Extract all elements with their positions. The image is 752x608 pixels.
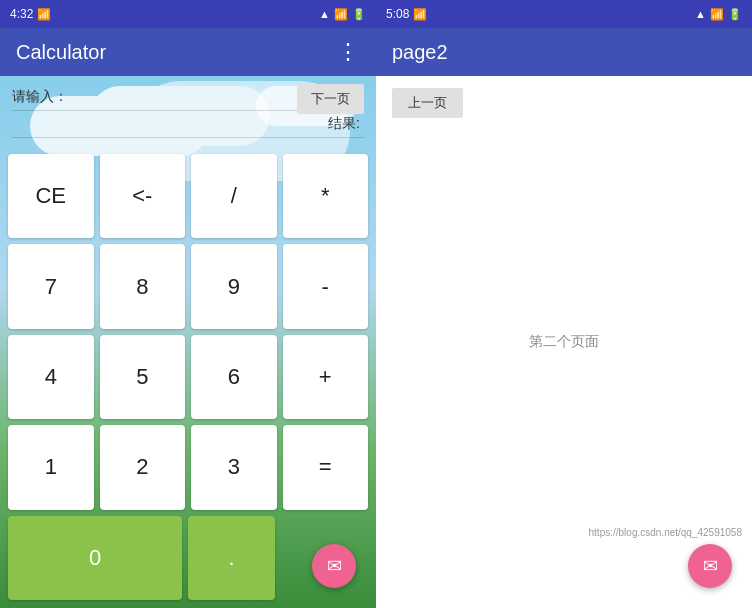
app-title-1: Calculator <box>16 41 106 64</box>
signal-icon-1: 📶 <box>334 8 348 21</box>
key-ce[interactable]: CE <box>8 154 94 238</box>
status-bar-1: 4:32 📶 ▲ 📶 🔋 <box>0 0 376 28</box>
time-2: 5:08 <box>386 7 409 21</box>
status-bar-2: 5:08 📶 ▲ 📶 🔋 <box>376 0 752 28</box>
result-row: 结果: <box>12 115 364 133</box>
keypad-row-1: CE <- / * <box>8 154 368 238</box>
key-0[interactable]: 0 <box>8 516 182 600</box>
key-divide[interactable]: / <box>191 154 277 238</box>
calc-input[interactable] <box>68 89 297 105</box>
key-9[interactable]: 9 <box>191 244 277 328</box>
app-bar-1: Calculator ⋮ <box>0 28 376 76</box>
key-add[interactable]: + <box>283 335 369 419</box>
fab-2[interactable]: ✉ <box>688 544 732 588</box>
key-5[interactable]: 5 <box>100 335 186 419</box>
app-bar-2: page2 <box>376 28 752 76</box>
calc-top-area: 下一页 请输入： 结果: <box>0 76 376 146</box>
key-3[interactable]: 3 <box>191 425 277 509</box>
phone2: 5:08 📶 ▲ 📶 🔋 page2 上一页 第二个页面 https://blo… <box>376 0 752 608</box>
wifi-icon-1: ▲ <box>319 8 330 20</box>
key-2[interactable]: 2 <box>100 425 186 509</box>
result-label: 结果: <box>328 115 360 131</box>
page2-content: 上一页 第二个页面 https://blog.csdn.net/qq_42591… <box>376 76 752 608</box>
key-1[interactable]: 1 <box>8 425 94 509</box>
key-8[interactable]: 8 <box>100 244 186 328</box>
key-backspace[interactable]: <- <box>100 154 186 238</box>
watermark: https://blog.csdn.net/qq_42591058 <box>589 527 742 538</box>
divider-2 <box>12 137 364 138</box>
page2-title: page2 <box>392 41 448 64</box>
sim-icon-1: 📶 <box>37 8 51 21</box>
time-1: 4:32 <box>10 7 33 21</box>
calc-content: 下一页 请输入： 结果: CE <- / * 7 8 9 <box>0 76 376 608</box>
page2-center-text: 第二个页面 <box>529 333 599 351</box>
fab-1[interactable]: ✉ <box>312 544 356 588</box>
key-6[interactable]: 6 <box>191 335 277 419</box>
key-multiply[interactable]: * <box>283 154 369 238</box>
key-equals[interactable]: = <box>283 425 369 509</box>
battery-icon-1: 🔋 <box>352 8 366 21</box>
phone1: 4:32 📶 ▲ 📶 🔋 Calculator ⋮ 下一页 请输入： 结果: <box>0 0 376 608</box>
signal-icon-2: 📶 <box>710 8 724 21</box>
keypad: CE <- / * 7 8 9 - 4 5 6 + 1 2 3 = <box>0 146 376 608</box>
input-row: 请输入： <box>12 88 297 106</box>
battery-icon-2: 🔋 <box>728 8 742 21</box>
sim-icon-2: 📶 <box>413 8 427 21</box>
wifi-icon-2: ▲ <box>695 8 706 20</box>
key-decimal[interactable]: . <box>188 516 275 600</box>
keypad-row-2: 7 8 9 - <box>8 244 368 328</box>
menu-icon-1[interactable]: ⋮ <box>337 39 360 65</box>
prev-page-button[interactable]: 上一页 <box>392 88 463 118</box>
input-label: 请输入： <box>12 88 68 106</box>
next-page-button[interactable]: 下一页 <box>297 84 364 114</box>
key-4[interactable]: 4 <box>8 335 94 419</box>
keypad-row-3: 4 5 6 + <box>8 335 368 419</box>
key-7[interactable]: 7 <box>8 244 94 328</box>
keypad-row-4: 1 2 3 = <box>8 425 368 509</box>
key-subtract[interactable]: - <box>283 244 369 328</box>
